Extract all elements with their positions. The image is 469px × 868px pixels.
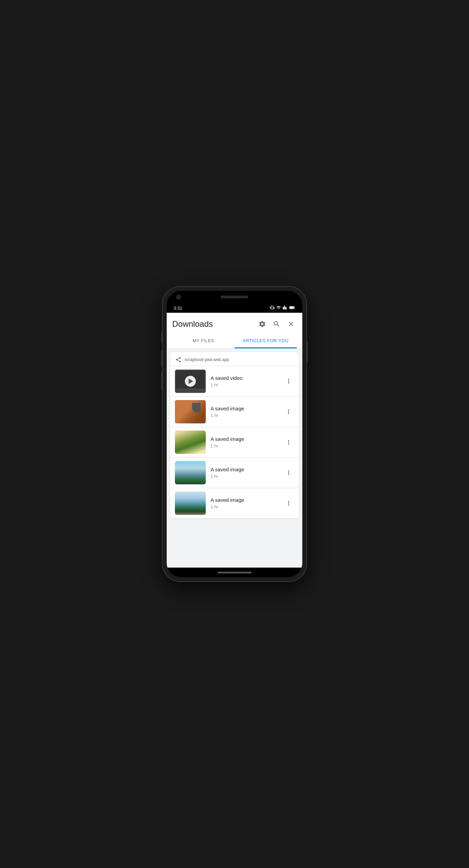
share-icon xyxy=(175,356,182,363)
content-area[interactable]: scrapbook-pwa.web.app A saved xyxy=(167,349,302,568)
volume-down-button xyxy=(161,350,163,367)
source-row: scrapbook-pwa.web.app xyxy=(170,352,299,366)
image-thumb-2 xyxy=(175,431,206,454)
list-item[interactable]: A saved image 1 hr xyxy=(170,427,299,457)
signal-icon xyxy=(283,305,288,311)
item-more-button[interactable] xyxy=(283,376,294,387)
status-icons xyxy=(270,305,295,311)
tab-articles-for-you[interactable]: ARTICLES FOR YOU xyxy=(234,334,297,348)
video-thumb xyxy=(175,370,206,393)
wifi-icon xyxy=(276,305,281,311)
battery-icon xyxy=(289,306,295,311)
svg-rect-1 xyxy=(290,307,294,308)
app-content: Downloads xyxy=(167,313,302,568)
item-title: A saved video xyxy=(211,375,278,381)
item-title: A saved image xyxy=(211,406,278,411)
item-info: A saved video 1 hr xyxy=(211,375,278,387)
play-button xyxy=(185,376,196,387)
item-thumbnail-image-4 xyxy=(175,492,206,515)
item-thumbnail-video xyxy=(175,370,206,393)
item-title: A saved image xyxy=(211,497,278,503)
item-meta: 1 hr xyxy=(211,443,278,448)
item-meta: 1 hr xyxy=(211,413,278,418)
list-item[interactable]: A saved image 1 hr xyxy=(170,396,299,427)
item-thumbnail-image-3 xyxy=(175,461,206,484)
item-title: A saved image xyxy=(211,436,278,442)
volume-up-button xyxy=(161,331,163,343)
item-thumbnail-image-2 xyxy=(175,431,206,454)
item-info: A saved image 1 hr xyxy=(211,406,278,418)
close-button[interactable] xyxy=(285,318,297,330)
mute-button xyxy=(161,372,163,389)
tabs: MY FILES ARTICLES FOR YOU xyxy=(172,334,297,348)
item-title: A saved image xyxy=(211,467,278,472)
item-meta: 1 hr xyxy=(211,504,278,509)
item-more-button[interactable] xyxy=(283,406,294,417)
app-header-top: Downloads xyxy=(172,318,297,330)
phone-device: 3:31 xyxy=(163,287,306,581)
item-info: A saved image 1 hr xyxy=(211,436,278,448)
item-info: A saved image 1 hr xyxy=(211,467,278,479)
vibrate-icon xyxy=(270,305,275,311)
list-item[interactable]: A saved image 1 hr xyxy=(170,457,299,488)
status-time: 3:31 xyxy=(174,306,182,311)
tab-my-files[interactable]: MY FILES xyxy=(172,334,234,348)
item-more-button[interactable] xyxy=(283,437,294,448)
item-thumbnail-image-1 xyxy=(175,400,206,423)
settings-button[interactable] xyxy=(256,318,268,330)
items-card: scrapbook-pwa.web.app A saved xyxy=(170,352,299,518)
item-info: A saved image 1 hr xyxy=(211,497,278,509)
nav-pill xyxy=(217,572,252,573)
item-meta: 1 hr xyxy=(211,474,278,479)
image-thumb-4 xyxy=(175,492,206,515)
image-thumb-1 xyxy=(175,400,206,423)
list-item[interactable]: A saved image 1 hr xyxy=(170,488,299,518)
image-thumb-3 xyxy=(175,461,206,484)
item-more-button[interactable] xyxy=(283,467,294,478)
item-more-button[interactable] xyxy=(283,498,294,509)
phone-nav-bar xyxy=(167,568,302,577)
camera xyxy=(176,295,181,299)
status-bar: 3:31 xyxy=(167,303,302,313)
source-name: scrapbook-pwa.web.app xyxy=(185,357,229,362)
list-item[interactable]: A saved video 1 hr xyxy=(170,366,299,396)
header-actions xyxy=(256,318,297,330)
play-triangle xyxy=(189,379,193,384)
power-button xyxy=(306,342,308,362)
phone-screen: 3:31 xyxy=(167,291,302,577)
item-meta: 1 hr xyxy=(211,382,278,387)
search-button[interactable] xyxy=(271,318,282,330)
phone-top-bar xyxy=(167,291,302,303)
app-title: Downloads xyxy=(172,319,213,329)
app-header: Downloads xyxy=(167,313,302,349)
speaker xyxy=(221,296,248,298)
